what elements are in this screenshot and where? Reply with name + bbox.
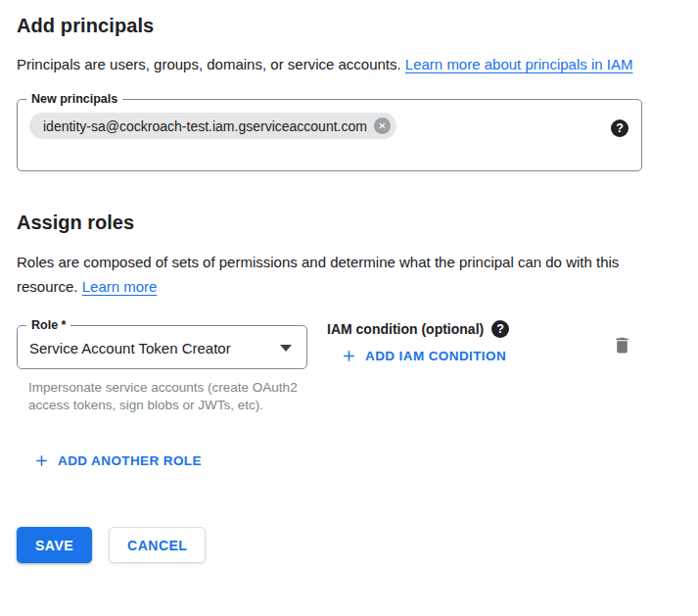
role-label: Role * (26, 318, 70, 333)
principal-chip: identity-sa@cockroach-test.iam.gservicea… (29, 113, 396, 139)
chip-remove-icon[interactable]: ✕ (374, 118, 391, 134)
add-principals-description: Principals are users, groups, domains, o… (17, 52, 651, 76)
role-selected-value: Service Account Token Creator (29, 340, 231, 356)
trash-icon (612, 344, 632, 358)
learn-more-principals-link[interactable]: Learn more about principals in IAM (405, 56, 633, 72)
principals-help-icon[interactable]: ? (611, 119, 628, 137)
delete-role-button[interactable] (610, 333, 634, 360)
add-another-role-button[interactable]: ADD ANOTHER ROLE (24, 446, 211, 476)
iam-condition-label: IAM condition (optional) (327, 321, 484, 337)
new-principals-field[interactable]: New principals identity-sa@cockroach-tes… (17, 99, 642, 171)
role-column: Role * Service Account Token Creator Imp… (17, 325, 307, 414)
add-principals-panel: Add principals Principals are users, gro… (0, 0, 698, 616)
new-principals-label: New principals (26, 92, 122, 107)
plus-icon (342, 349, 356, 363)
add-another-role-label: ADD ANOTHER ROLE (58, 453, 202, 468)
plus-icon (34, 453, 49, 468)
add-another-role-row: ADD ANOTHER ROLE (24, 446, 681, 476)
description-text: Principals are users, groups, domains, o… (17, 56, 405, 72)
role-select[interactable]: Role * Service Account Token Creator (17, 325, 307, 369)
learn-more-roles-link[interactable]: Learn more (82, 278, 158, 295)
add-iam-condition-label: ADD IAM CONDITION (365, 349, 506, 363)
assign-roles-title: Assign roles (17, 212, 681, 234)
assign-roles-description: Roles are composed of sets of permission… (17, 250, 651, 299)
page-title: Add principals (17, 15, 681, 37)
iam-condition-column: IAM condition (optional) ? ADD IAM CONDI… (327, 325, 610, 371)
dropdown-caret-icon (280, 345, 292, 352)
action-bar: SAVE CANCEL (17, 527, 681, 563)
principal-chip-label: identity-sa@cockroach-test.iam.gservicea… (43, 118, 367, 134)
save-button[interactable]: SAVE (17, 527, 92, 563)
role-row: Role * Service Account Token Creator Imp… (17, 325, 642, 414)
delete-role-column (610, 333, 634, 360)
role-helper-text: Impersonate service accounts (create OAu… (28, 379, 299, 414)
cancel-button[interactable]: CANCEL (109, 527, 206, 563)
iam-condition-label-row: IAM condition (optional) ? (327, 320, 610, 338)
add-iam-condition-button[interactable]: ADD IAM CONDITION (332, 341, 516, 371)
iam-condition-help-icon[interactable]: ? (491, 320, 509, 338)
